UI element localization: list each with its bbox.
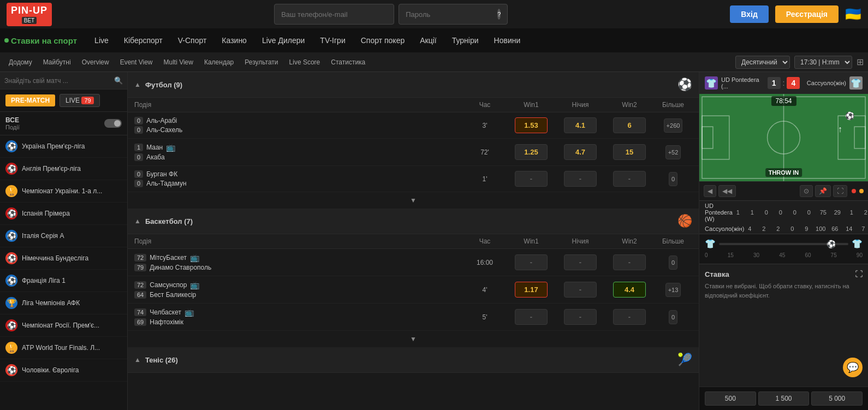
nav-link-esport[interactable]: Кіберспорт xyxy=(117,33,169,48)
bk-win1-btn-3[interactable]: - xyxy=(515,309,548,325)
sidebar-item-france-l1[interactable]: ⚽ Франція Ліга 1 xyxy=(0,270,127,292)
search-input[interactable] xyxy=(4,77,111,85)
nav-link-vsport[interactable]: V-Спорт xyxy=(171,33,213,48)
sidebar-item-men-euro[interactable]: ⚽ Чоловіки. Євроліга xyxy=(0,359,127,382)
nav-link-poker[interactable]: Спорт покер xyxy=(354,33,411,48)
bet-amount-5000[interactable]: 5 000 xyxy=(811,391,863,406)
bet-amount-500[interactable]: 500 xyxy=(705,391,756,406)
more-btn-1[interactable]: +260 xyxy=(664,118,683,133)
time-select[interactable]: 17:30 | H:mm xyxy=(794,56,852,69)
bk-more-btn-1[interactable]: 0 xyxy=(669,255,677,270)
bk-win1-btn-1[interactable]: - xyxy=(515,254,548,270)
bk-win2-btn-2[interactable]: 4.4 xyxy=(613,282,646,298)
back-btn[interactable]: ◀ xyxy=(704,185,716,197)
more-2[interactable]: +52 xyxy=(654,145,692,159)
bk-win1-odds-3[interactable]: - xyxy=(507,309,556,325)
password-input[interactable] xyxy=(406,10,497,19)
sidebar-item-england-pl[interactable]: ⚽ Англія Прем'єр-ліга xyxy=(0,158,127,180)
sidebar-item-spain-la[interactable]: ⚽ Іспанія Прімера xyxy=(0,203,127,225)
record-btn[interactable]: ⊙ xyxy=(800,185,813,197)
prematch-button[interactable]: PRE-MATCH xyxy=(5,94,55,106)
register-button[interactable]: Реєстрація xyxy=(775,5,839,23)
sidebar-item-ukraine-pl[interactable]: ⚽ Україна Прем'єр-ліга xyxy=(0,135,127,158)
pin-btn[interactable]: 📌 xyxy=(815,185,831,197)
bk-draw-odds-2[interactable]: - xyxy=(556,282,605,298)
tennis-section-header[interactable]: ▲ Теніс (26) 🎾 xyxy=(128,347,699,373)
draw-odds-3[interactable]: - xyxy=(556,171,605,187)
subnav-home[interactable]: Додому xyxy=(4,56,37,68)
win2-odds-2[interactable]: 15 xyxy=(605,144,654,160)
nav-link-tv-games[interactable]: TV-Ігри xyxy=(313,33,352,48)
draw-odds-1[interactable]: 4.1 xyxy=(556,117,605,133)
bk-draw-odds-3[interactable]: - xyxy=(556,309,605,325)
win2-btn-3[interactable]: - xyxy=(613,171,646,187)
win1-btn-1[interactable]: 1.53 xyxy=(515,117,548,133)
password-help-icon[interactable]: ? xyxy=(497,9,501,20)
bk-win1-odds-1[interactable]: - xyxy=(507,254,556,270)
sidebar-item-ukraine-ch[interactable]: 🏆 Чемпіонат України. 1-а л... xyxy=(0,180,127,203)
chat-icon[interactable]: 💬 xyxy=(843,358,863,377)
nav-link-tournaments[interactable]: Турніри xyxy=(445,33,485,48)
grid-icon[interactable]: ⊞ xyxy=(857,57,864,67)
sidebar-item-atp[interactable]: 🏆 ATP World Tour Finals. Л... xyxy=(0,337,127,359)
bk-draw-odds-1[interactable]: - xyxy=(556,254,605,270)
sidebar-item-russia-pl[interactable]: ⚽ Чемпіонат Росії. Прем'є... xyxy=(0,314,127,337)
bk-draw-btn-3[interactable]: - xyxy=(564,309,597,325)
bk-win2-odds-1[interactable]: - xyxy=(605,254,654,270)
draw-btn-1[interactable]: 4.1 xyxy=(564,117,597,133)
win2-odds-3[interactable]: - xyxy=(605,171,654,187)
nav-link-casino[interactable]: Казино xyxy=(215,33,253,48)
expand-field-btn[interactable]: ⛶ xyxy=(833,185,847,197)
nav-link-promotions[interactable]: Акції xyxy=(413,33,443,48)
bk-win1-btn-2[interactable]: 1.17 xyxy=(515,282,548,298)
bk-win2-btn-1[interactable]: - xyxy=(613,254,646,270)
subnav-future[interactable]: Майбутні xyxy=(39,56,75,68)
more-1[interactable]: +260 xyxy=(654,118,692,133)
win1-btn-3[interactable]: - xyxy=(515,171,548,187)
more-btn-3[interactable]: 0 xyxy=(669,172,677,186)
sidebar-item-ucl[interactable]: 🏆 Ліга Чемпіонів АФК xyxy=(0,292,127,314)
nav-link-live[interactable]: Live xyxy=(88,33,115,48)
more-btn-2[interactable]: +52 xyxy=(665,145,681,159)
subnav-statistics[interactable]: Статистика xyxy=(326,56,370,68)
win2-odds-1[interactable]: 6 xyxy=(605,117,654,133)
subnav-live-score[interactable]: Live Score xyxy=(285,56,325,68)
fast-back-btn[interactable]: ◀◀ xyxy=(718,185,736,197)
bet-amount-1500[interactable]: 1 500 xyxy=(758,391,810,406)
nav-link-news[interactable]: Новини xyxy=(487,33,527,48)
bk-more-btn-3[interactable]: 0 xyxy=(669,310,677,324)
win1-odds-3[interactable]: - xyxy=(507,171,556,187)
bk-more-btn-2[interactable]: +13 xyxy=(665,283,681,297)
win2-btn-1[interactable]: 6 xyxy=(613,117,646,133)
bk-win2-btn-3[interactable]: - xyxy=(613,309,646,325)
more-3[interactable]: 0 xyxy=(654,172,692,186)
bk-draw-btn-1[interactable]: - xyxy=(564,254,597,270)
phone-email-input[interactable] xyxy=(274,4,394,25)
bk-win1-odds-2[interactable]: 1.17 xyxy=(507,282,556,298)
win2-btn-2[interactable]: 15 xyxy=(613,144,646,160)
sidebar-item-italy-sa[interactable]: ⚽ Італія Серія А xyxy=(0,225,127,247)
basketball-show-more[interactable]: ▼ xyxy=(128,331,699,347)
draw-btn-2[interactable]: 4.7 xyxy=(564,144,597,160)
subnav-overview[interactable]: Overview xyxy=(78,56,114,68)
draw-btn-3[interactable]: - xyxy=(564,171,597,187)
bk-more-2[interactable]: +13 xyxy=(654,283,692,297)
bk-win2-odds-3[interactable]: - xyxy=(605,309,654,325)
football-show-more[interactable]: ▼ xyxy=(128,192,699,209)
win1-odds-1[interactable]: 1.53 xyxy=(507,117,556,133)
football-section-header[interactable]: ▲ Футбол (9) ⚽ xyxy=(128,72,699,98)
language-flag[interactable]: 🇺🇦 xyxy=(845,7,861,22)
subnav-event-view[interactable]: Event View xyxy=(116,56,157,68)
login-button[interactable]: Вхід xyxy=(730,5,769,23)
sidebar-item-germany-bl[interactable]: ⚽ Німеччина Бундесліга xyxy=(0,247,127,270)
subnav-results[interactable]: Результати xyxy=(240,56,282,68)
filter-toggle[interactable] xyxy=(104,119,122,128)
chat-bubble[interactable]: 💬 xyxy=(843,358,863,377)
win1-btn-2[interactable]: 1.25 xyxy=(515,144,548,160)
bk-draw-btn-2[interactable]: - xyxy=(564,282,597,298)
basketball-section-header[interactable]: ▲ Баскетбол (7) 🏀 xyxy=(128,209,699,234)
nav-link-live-dealers[interactable]: Live Дилери xyxy=(255,33,311,48)
win1-odds-2[interactable]: 1.25 xyxy=(507,144,556,160)
expand-bet-icon[interactable]: ⛶ xyxy=(855,270,863,278)
draw-odds-2[interactable]: 4.7 xyxy=(556,144,605,160)
